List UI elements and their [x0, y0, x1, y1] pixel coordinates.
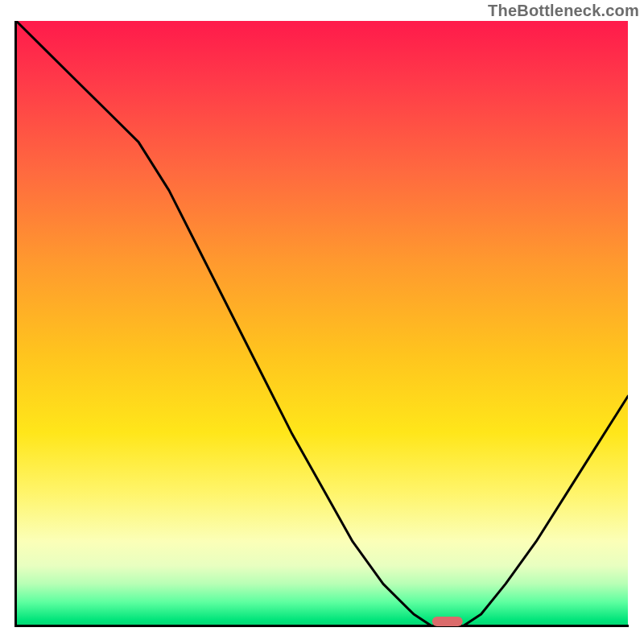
optimal-range-marker [432, 617, 463, 626]
chart-container: TheBottleneck.com [0, 0, 644, 644]
chart-overlay [16, 21, 628, 626]
watermark-text: TheBottleneck.com [488, 2, 639, 20]
bottleneck-curve [16, 21, 628, 626]
